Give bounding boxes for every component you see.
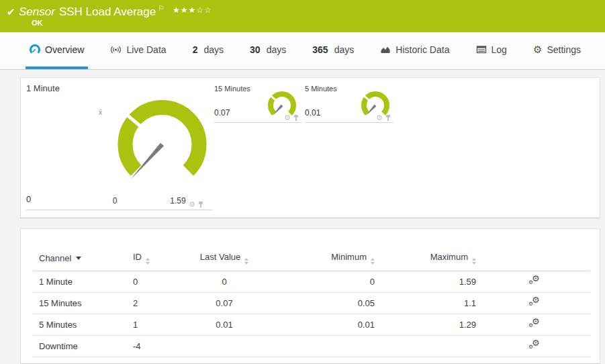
channel-settings-icon[interactable]: ⚙⚙ xyxy=(528,297,541,308)
flag-icon[interactable]: ⚐ xyxy=(158,4,165,12)
cell-maximum xyxy=(379,336,480,357)
gauge-settings-icon[interactable]: ⚙ xyxy=(189,201,195,208)
column-header-channel[interactable]: Channel xyxy=(33,248,127,271)
tab-number: 2 xyxy=(193,44,198,55)
cell-minimum: 0 xyxy=(261,271,379,293)
gauge-pin-icon[interactable] xyxy=(198,201,203,208)
gauge-settings-icon[interactable]: ⚙ xyxy=(284,114,291,122)
gauge-1min-scale-min: 0 xyxy=(108,196,122,206)
tab-label: Live Data xyxy=(126,44,166,55)
sensor-name: SSH Load Average xyxy=(59,5,156,18)
area-chart-icon xyxy=(380,44,391,54)
sensor-title: SensorSSH Load Average⚐★★★☆☆ xyxy=(19,4,212,19)
gauge-1min-divider xyxy=(26,210,212,210)
prtg-sensor-page: ✔ SensorSSH Load Average⚐★★★☆☆ OK Overvi… xyxy=(0,0,605,364)
tab-label: days xyxy=(334,44,355,55)
sort-icon xyxy=(472,258,476,265)
cell-id: 0 xyxy=(127,271,187,293)
gauge-1min-label: 1 Minute xyxy=(26,83,60,93)
table-row: 5 Minutes 1 0.01 0.01 1.29 ⚙⚙ xyxy=(33,314,590,336)
live-data-icon xyxy=(110,44,122,55)
tab-label: days xyxy=(203,44,224,55)
gauge-15min-value: 0.07 xyxy=(214,108,230,118)
sort-icon xyxy=(371,258,375,265)
tab-label: Log xyxy=(492,44,507,55)
tab-live-data[interactable]: Live Data xyxy=(106,32,170,69)
cell-minimum: 0.05 xyxy=(261,293,379,314)
gauge-15min-label: 15 Minutes xyxy=(214,85,250,93)
tab-settings[interactable]: ⚙ Settings xyxy=(529,32,585,69)
status-ok-check-icon: ✔ xyxy=(7,6,15,18)
sort-icon xyxy=(244,258,248,265)
cell-channel[interactable]: Downtime xyxy=(33,336,127,357)
column-label: Last Value xyxy=(200,252,240,262)
cell-maximum: 1.29 xyxy=(379,314,480,336)
log-list-icon xyxy=(476,44,487,54)
tab-strip: Overview Live Data 2 days 30 days 365 da… xyxy=(0,32,605,70)
tab-number: 365 xyxy=(312,44,328,55)
gauge-1min-value: 0 xyxy=(26,194,31,204)
column-label: Maximum xyxy=(430,252,468,262)
table-row: Downtime -4 ⚙⚙ xyxy=(33,336,590,357)
cell-channel[interactable]: 5 Minutes xyxy=(33,314,127,336)
gauge-1min-average-marker: x̄ xyxy=(99,109,102,116)
cell-id: 1 xyxy=(127,314,187,336)
cell-id: -4 xyxy=(127,336,187,357)
gauge-pin-icon[interactable] xyxy=(385,115,391,122)
cell-last-value: 0.07 xyxy=(187,293,261,314)
cell-last-value xyxy=(187,336,261,357)
channel-table: Channel ID Last Value Minimum Maximum 1 … xyxy=(33,248,590,357)
gauge-1min-scale-max: 1.59 xyxy=(167,196,189,206)
sensor-status-text: OK xyxy=(32,19,43,27)
table-row: 1 Minute 0 0 0 1.59 ⚙⚙ xyxy=(33,271,590,293)
channel-settings-icon[interactable]: ⚙⚙ xyxy=(528,340,541,351)
cell-channel[interactable]: 1 Minute xyxy=(33,271,127,293)
priority-stars[interactable]: ★★★☆☆ xyxy=(173,5,212,15)
channel-table-header-row: Channel ID Last Value Minimum Maximum xyxy=(33,248,590,271)
cell-last-value: 0 xyxy=(187,271,261,293)
tab-365-days[interactable]: 365 days xyxy=(308,32,358,69)
column-header-minimum[interactable]: Minimum xyxy=(261,248,379,271)
channels-panel: Channel ID Last Value Minimum Maximum 1 … xyxy=(20,228,600,364)
tab-log[interactable]: Log xyxy=(472,32,511,69)
channel-settings-icon[interactable]: ⚙⚙ xyxy=(528,318,541,329)
sensor-kind-label: Sensor xyxy=(19,5,55,18)
tab-label: days xyxy=(267,44,287,55)
channel-settings-icon[interactable]: ⚙⚙ xyxy=(528,275,541,286)
cell-maximum: 1.1 xyxy=(379,293,480,314)
column-header-actions xyxy=(480,248,590,271)
column-label: Minimum xyxy=(331,252,367,262)
sort-icon xyxy=(146,258,150,265)
tab-number: 30 xyxy=(250,44,261,55)
tab-label: Settings xyxy=(547,44,581,55)
tab-label: Overview xyxy=(45,44,84,55)
tab-overview[interactable]: Overview xyxy=(26,32,88,69)
sort-desc-icon xyxy=(76,257,81,260)
cell-last-value: 0.01 xyxy=(187,314,261,336)
cell-maximum: 1.59 xyxy=(379,271,480,293)
cell-channel[interactable]: 15 Minutes xyxy=(33,293,127,314)
gauge-5min-value: 0.01 xyxy=(305,108,320,118)
gauge-5min-label: 5 Minutes xyxy=(305,85,337,93)
table-row: 15 Minutes 2 0.07 0.05 1.1 ⚙⚙ xyxy=(33,293,590,314)
gauge-5min-divider xyxy=(305,122,393,123)
tab-30-days[interactable]: 30 days xyxy=(246,32,290,69)
gauge-5min-actions: ⚙ xyxy=(376,114,391,122)
column-header-last-value[interactable]: Last Value xyxy=(187,248,261,271)
gauge-15min-divider xyxy=(214,122,301,123)
gauge-icon xyxy=(30,44,40,55)
tab-historic-data[interactable]: Historic Data xyxy=(376,32,453,69)
cell-id: 2 xyxy=(127,293,187,314)
column-label: Channel xyxy=(39,253,71,263)
gauge-pin-icon[interactable] xyxy=(293,115,299,122)
cell-minimum xyxy=(261,336,379,357)
column-header-id[interactable]: ID xyxy=(127,248,187,271)
gauge-settings-icon[interactable]: ⚙ xyxy=(376,114,383,122)
gauge-1min-actions: ⚙ xyxy=(189,201,203,208)
gauges-panel: 1 Minute x̄ 0 1.59 0 ⚙ 15 Minutes 0.07 ⚙ xyxy=(20,77,600,218)
sensor-status-bar: ✔ SensorSSH Load Average⚐★★★☆☆ OK xyxy=(0,0,605,32)
column-header-maximum[interactable]: Maximum xyxy=(379,248,480,271)
tab-2-days[interactable]: 2 days xyxy=(189,32,228,69)
cell-minimum: 0.01 xyxy=(261,314,379,336)
gauge-1min-dial xyxy=(110,97,214,201)
